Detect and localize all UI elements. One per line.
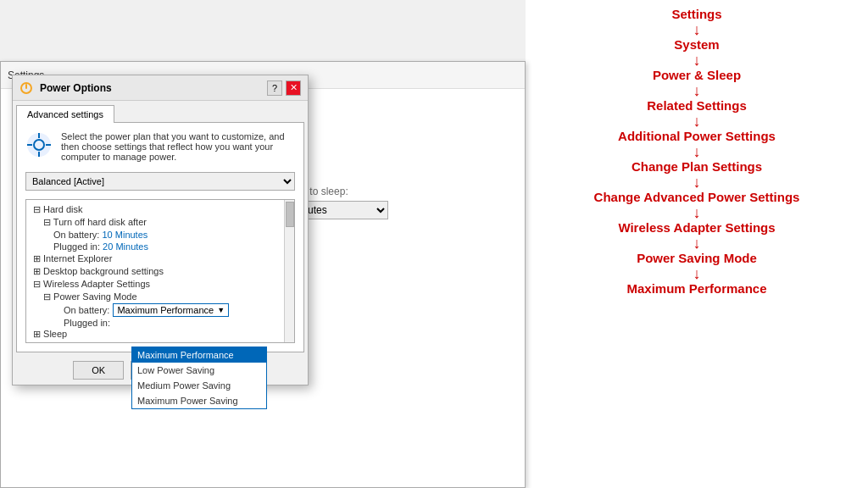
- flow-arrow: ↓: [693, 205, 700, 220]
- scrollbar-thumb: [286, 202, 294, 227]
- tree-item: ⊟ Wireless Adapter Settings: [30, 278, 291, 291]
- dropdown-arrow: ▼: [217, 306, 225, 314]
- dropdown-option-medium[interactable]: Medium Power Saving: [132, 378, 266, 393]
- flow-item: Change Plan Settings↓: [632, 159, 762, 190]
- ok-button[interactable]: OK: [73, 361, 124, 380]
- flow-arrow: ↓: [693, 53, 701, 68]
- dropdown-option-low[interactable]: Low Power Saving: [132, 363, 266, 378]
- power-icon: [19, 81, 33, 95]
- tree-item: ⊟ Hard disk: [30, 203, 291, 216]
- flow-item: Related Settings↓: [647, 98, 747, 129]
- flow-label: Settings: [671, 7, 721, 22]
- flow-item: Power & Sleep↓: [653, 68, 741, 98]
- flow-item: System↓: [674, 37, 719, 68]
- tree-item: ⊞ Internet Explorer: [30, 252, 291, 265]
- plugged-in-row: Plugged in:: [30, 318, 291, 328]
- title-left: Power Options: [19, 81, 112, 95]
- tree-view: ⊟ Hard disk ⊟ Turn off hard disk after O…: [25, 199, 295, 343]
- plan-select-desc: Select the power plan that you want to c…: [25, 131, 295, 162]
- flow-item: Wireless Adapter Settings↓: [618, 220, 775, 251]
- flow-arrow: ↓: [693, 22, 701, 37]
- tree-scrollbar[interactable]: [284, 200, 294, 342]
- dropdown-option-max-save[interactable]: Maximum Power Saving: [132, 393, 266, 408]
- plan-dropdown[interactable]: Balanced [Active]: [25, 172, 295, 191]
- dialog-controls: ? ✕: [267, 80, 301, 96]
- flow-item: Settings↓: [671, 7, 721, 37]
- flow-arrow: ↓: [693, 266, 700, 281]
- on-battery-label: On battery:: [64, 305, 109, 315]
- dialog-desc: Select the power plan that you want to c…: [61, 131, 295, 162]
- help-button[interactable]: ?: [267, 80, 282, 96]
- flow-label: Change Plan Settings: [632, 159, 762, 175]
- plugged-in-label: Plugged in:: [64, 318, 110, 328]
- dropdown-option-max-perf[interactable]: Maximum Performance: [132, 347, 266, 363]
- flow-label: Maximum Performance: [626, 281, 766, 297]
- tree-item: ⊟ Power Saving Mode: [30, 291, 291, 303]
- close-button[interactable]: ✕: [286, 80, 301, 96]
- flow-item: Maximum Performance: [626, 281, 766, 297]
- on-battery-row: On battery: Maximum Performance ▼: [30, 303, 291, 317]
- tree-item: ⊟ Turn off hard disk after: [30, 216, 291, 229]
- plan-dropdown-container: Balanced [Active]: [25, 172, 295, 191]
- settings-icon: [25, 131, 53, 158]
- advanced-settings-tab[interactable]: Advanced settings: [16, 105, 114, 123]
- dropdown-popup: Maximum Performance Low Power Saving Med…: [131, 347, 267, 409]
- tree-item: Plugged in: 20 Minutes: [30, 241, 291, 252]
- flow-label: Change Advanced Power Settings: [594, 190, 800, 205]
- tree-item: On battery: 10 Minutes: [30, 229, 291, 241]
- flow-arrow: ↓: [693, 175, 700, 190]
- dialog-titlebar: Power Options ? ✕: [13, 75, 308, 101]
- on-battery-value: Maximum Performance: [117, 305, 214, 315]
- tree-item: ⊞ Sleep: [30, 328, 291, 341]
- dialog-tabs: Advanced settings: [13, 101, 308, 122]
- flow-label: Additional Power Settings: [618, 129, 776, 144]
- tree-item: ⊞ Desktop background settings: [30, 265, 291, 278]
- flow-label: System: [674, 37, 719, 53]
- on-battery-dropdown[interactable]: Maximum Performance ▼: [113, 303, 229, 317]
- dialog-title: Power Options: [40, 82, 112, 94]
- flow-label: Power Saving Mode: [637, 251, 757, 266]
- flow-label: Wireless Adapter Settings: [618, 220, 775, 236]
- flow-arrow: ↓: [693, 114, 701, 129]
- flow-arrow: ↓: [693, 144, 700, 159]
- flow-label: Power & Sleep: [653, 68, 741, 83]
- flow-arrow: ↓: [693, 83, 700, 98]
- dialog-body: Select the power plan that you want to c…: [16, 122, 304, 352]
- flow-item: Additional Power Settings↓: [618, 129, 776, 159]
- flow-arrow: ↓: [693, 236, 700, 251]
- power-options-dialog: Power Options ? ✕ Advanced settings: [12, 75, 309, 385]
- flow-item: Power Saving Mode↓: [637, 251, 757, 281]
- right-panel: Settings↓System↓Power & Sleep↓Related Se…: [526, 0, 868, 488]
- flow-label: Related Settings: [647, 98, 747, 114]
- left-panel: Settings and Sound > Power Options > Edi…: [0, 0, 526, 488]
- flow-item: Change Advanced Power Settings↓: [594, 190, 800, 220]
